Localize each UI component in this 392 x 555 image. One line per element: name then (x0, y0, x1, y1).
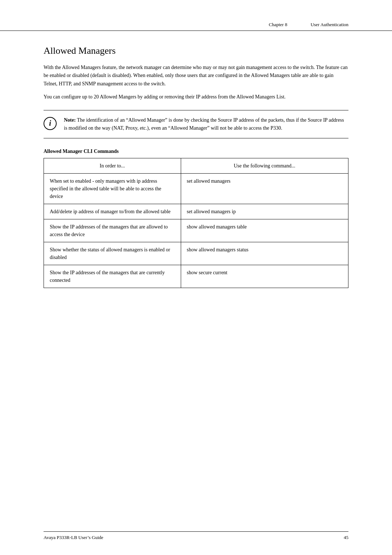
page: Chapter 8 User Authentication Allowed Ma… (0, 0, 392, 555)
info-icon: i (44, 117, 57, 130)
table-cell-description-4: Show the IP addresses of the managers th… (44, 265, 181, 288)
col-header-description: In order to... (44, 158, 181, 174)
table-row: Show whether the status of allowed manag… (44, 242, 348, 265)
table-cell-command-2: show allowed managers table (181, 219, 348, 242)
table-cell-description-3: Show whether the status of allowed manag… (44, 242, 181, 265)
note-text: Note: The identification of an “Allowed … (64, 116, 348, 133)
table-cell-command-4: show secure current (181, 265, 348, 288)
table-row: When set to enabled - only managers with… (44, 174, 348, 204)
note-box: i Note: The identification of an “Allowe… (44, 110, 348, 139)
cli-section-title: Allowed Manager CLI Commands (44, 149, 348, 154)
table-cell-description-2: Show the IP addresses of the managers th… (44, 219, 181, 242)
table-row: Show the IP addresses of the managers th… (44, 265, 348, 288)
section-title: Allowed Managers (44, 45, 348, 56)
paragraph-2: You can configure up to 20 Allowed Mange… (44, 93, 348, 101)
table-cell-command-1: set allowed managers ip (181, 204, 348, 219)
table-cell-command-0: set allowed managers (181, 174, 348, 204)
header-spacer (296, 22, 302, 28)
paragraph-1: With the Allowed Managers feature, the n… (44, 64, 348, 88)
footer-left: Avaya P333R-LB User’s Guide (44, 535, 103, 540)
page-header: Chapter 8 User Authentication (0, 0, 392, 31)
main-content: Allowed Managers With the Allowed Manage… (0, 31, 392, 310)
table-row: Add/delete ip address of manager to/from… (44, 204, 348, 219)
table-cell-command-3: show allowed managers status (181, 242, 348, 265)
page-footer: Avaya P333R-LB User’s Guide 45 (44, 531, 348, 540)
col-header-command: Use the following command... (181, 158, 348, 174)
note-label: Note: (64, 117, 76, 123)
cli-section: Allowed Manager CLI Commands In order to… (44, 149, 348, 288)
header-chapter: Chapter 8 (269, 22, 287, 28)
cli-table: In order to... Use the following command… (44, 158, 348, 288)
footer-right: 45 (344, 535, 348, 540)
table-row: Show the IP addresses of the managers th… (44, 219, 348, 242)
note-body: The identification of an “Allowed Manage… (64, 117, 344, 131)
table-header-row: In order to... Use the following command… (44, 158, 348, 174)
table-cell-description-1: Add/delete ip address of manager to/from… (44, 204, 181, 219)
header-title: User Authentication (311, 22, 348, 28)
table-cell-description-0: When set to enabled - only managers with… (44, 174, 181, 204)
